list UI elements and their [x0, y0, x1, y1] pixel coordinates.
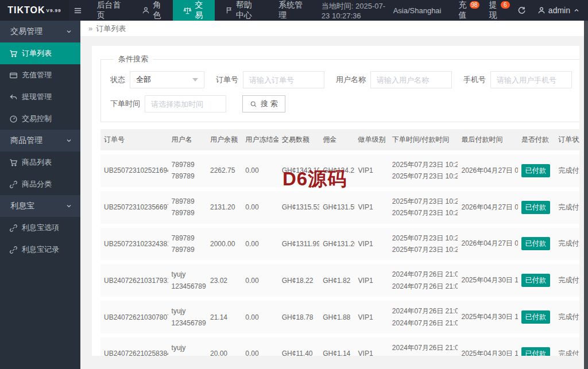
sidebar-item-label: 商品分类: [22, 179, 52, 189]
user-icon: [537, 6, 546, 14]
sidebar-item[interactable]: 商品列表: [0, 152, 80, 173]
sidebar: 交易管理订单列表充值管理提现管理交易控制商品管理商品列表商品分类利息宝利息宝选項…: [0, 21, 80, 369]
sidebar-group-header[interactable]: 商品管理: [0, 130, 80, 152]
top-nav-item[interactable]: 后台首页: [87, 0, 132, 21]
top-nav-item-label: 交易: [195, 0, 204, 21]
user-id: 789789: [172, 244, 203, 255]
refresh-icon[interactable]: [510, 0, 533, 21]
cell-amount: GH¢1315.53: [278, 189, 320, 226]
top-nav-item[interactable]: 系统管理: [268, 0, 314, 21]
cell-status: 完成付款: [555, 299, 579, 336]
cell-balance: 21.14: [207, 299, 242, 336]
username-label: 用户名称: [336, 75, 366, 85]
order-time-input[interactable]: [145, 95, 226, 112]
user-id: 123456789: [172, 281, 203, 292]
cell-paid: 已付款: [518, 335, 555, 356]
column-header: 用户冻结金额: [242, 129, 278, 153]
sidebar-item-label: 充值管理: [22, 70, 52, 80]
timezone: Asia/Shanghai: [393, 6, 442, 15]
gauge-icon: [9, 115, 18, 123]
pay-time: 2025年07月23日 10:24:04: [392, 207, 455, 219]
top-nav-item[interactable]: 帮助中心: [215, 0, 268, 21]
sidebar-item[interactable]: 订单列表: [0, 42, 80, 64]
cart-icon: [9, 158, 18, 167]
table-row: UB2407262103179314tyujy12345678923.020.0…: [100, 262, 579, 299]
order-no-input[interactable]: [243, 71, 324, 88]
table-row: UB2407262102583846tyujy12345678920.000.0…: [100, 335, 579, 356]
main-area: » 订单列表 条件搜索 状态 全部 订单号 用户名称 手机号: [80, 21, 584, 369]
search-button[interactable]: 搜 索: [242, 95, 285, 112]
withdraw-button[interactable]: 提现 6: [480, 0, 510, 21]
link-icon: [9, 246, 18, 254]
top-nav-item-label: 帮助中心: [236, 0, 258, 21]
cell-paid: 已付款: [518, 189, 555, 226]
cell-balance: 2131.20: [207, 189, 242, 226]
withdraw-count-badge: 6: [501, 1, 510, 9]
vertical-scrollbar[interactable]: [584, 21, 588, 369]
sidebar-item[interactable]: 提现管理: [0, 86, 80, 108]
phone-input[interactable]: [490, 71, 572, 88]
username-input[interactable]: [370, 71, 452, 88]
top-nav: 后台首页角色交易帮助中心系统管理: [87, 0, 314, 21]
user-name: 789789: [172, 232, 203, 244]
sidebar-item[interactable]: 交易控制: [0, 108, 80, 130]
reply-icon: [9, 93, 18, 102]
sidebar-group-header[interactable]: 利息宝: [0, 195, 80, 217]
recharge-button[interactable]: 充值 98: [449, 0, 479, 21]
cell-balance: 2262.75: [207, 153, 242, 189]
sidebar-item[interactable]: 利息宝选項: [0, 217, 80, 239]
cell-last-pay-time: 2026年04月27日 05:03:56: [458, 189, 517, 226]
top-nav-item[interactable]: 交易: [173, 0, 215, 21]
order-time: 2025年07月23日 10:25:21: [392, 159, 455, 170]
cell-user: 789789789789: [168, 153, 207, 189]
sidebar-group-header[interactable]: 交易管理: [0, 21, 80, 42]
order-no-label: 订单号: [216, 75, 238, 85]
user-name: 789789: [172, 159, 203, 170]
orders-table: 订单号用户名用户余额用户冻结金额交易数额佣金做单级别下单时间/付款时间最后付款时…: [100, 129, 579, 356]
sidebar-item[interactable]: 商品分类: [0, 173, 80, 195]
order-time: 2025年07月23日 10:23:24: [392, 232, 455, 244]
cell-status: 完成付款: [555, 153, 579, 189]
user-id: 789789: [172, 170, 203, 182]
status-select[interactable]: 全部: [130, 71, 204, 88]
sidebar-item-label: 提现管理: [22, 92, 52, 102]
sidebar-group-label: 商品管理: [10, 135, 42, 146]
phone-label: 手机号: [463, 75, 486, 85]
cell-commission: GH¢1.88: [319, 299, 354, 336]
sidebar-item[interactable]: 利息宝记录: [0, 239, 80, 261]
order-time: 2024年07月26日 21:03:07: [392, 305, 455, 317]
app-version: V9.99: [47, 8, 61, 13]
order-time: 2024年07月26日 21:03:17: [392, 269, 455, 280]
cell-order-pay-time: 2025年07月23日 10:25:212025年07月23日 10:25:24: [389, 153, 458, 189]
orders-card: 条件搜索 状态 全部 订单号 用户名称 手机号 下单时间: [92, 46, 579, 356]
user-id: 123456789: [172, 317, 203, 329]
column-header: 佣金: [319, 129, 354, 153]
admin-menu[interactable]: admin: [533, 0, 588, 21]
sidebar-item-label: 利息宝记录: [22, 244, 59, 255]
cell-order-no: UB2407262103179314: [100, 262, 168, 299]
column-header: 用户名: [168, 129, 207, 153]
link-icon: [9, 224, 18, 232]
breadcrumb-label: 订单列表: [96, 24, 126, 34]
cell-order-pay-time: 2024年07月26日 21:02:582024年07月26日 21:03:02: [389, 335, 458, 356]
cell-commission: GH¢134.21: [319, 153, 354, 189]
cell-order-pay-time: 2024年07月26日 21:03:172024年07月26日 21:03:19: [389, 262, 458, 299]
cell-paid: 已付款: [518, 226, 555, 262]
top-nav-item[interactable]: 角色: [131, 0, 173, 21]
chevron-down-icon: [65, 203, 72, 209]
search-icon: [250, 100, 257, 108]
cell-frozen: 0.00: [242, 299, 278, 336]
cell-order-no: UB2407262103078075: [100, 299, 168, 336]
order-time-label: 下单时间: [110, 99, 140, 109]
flag-icon: [225, 6, 233, 14]
breadcrumb: » 订单列表: [80, 21, 584, 37]
cell-last-pay-time: 2026年04月27日 05:05:21: [458, 153, 517, 189]
cell-status: 完成付款: [555, 335, 579, 356]
sidebar-item-label: 订单列表: [22, 48, 52, 59]
table-row: UB25072310252169487897897897892262.750.0…: [100, 153, 579, 189]
sidebar-item[interactable]: 充值管理: [0, 64, 80, 86]
cell-frozen: 0.00: [242, 262, 278, 299]
sidebar-collapse-icon[interactable]: [69, 0, 87, 21]
cell-user: 789789789789: [168, 226, 207, 262]
orders-table-wrap: 订单号用户名用户余额用户冻结金额交易数额佣金做单级别下单时间/付款时间最后付款时…: [100, 129, 579, 356]
